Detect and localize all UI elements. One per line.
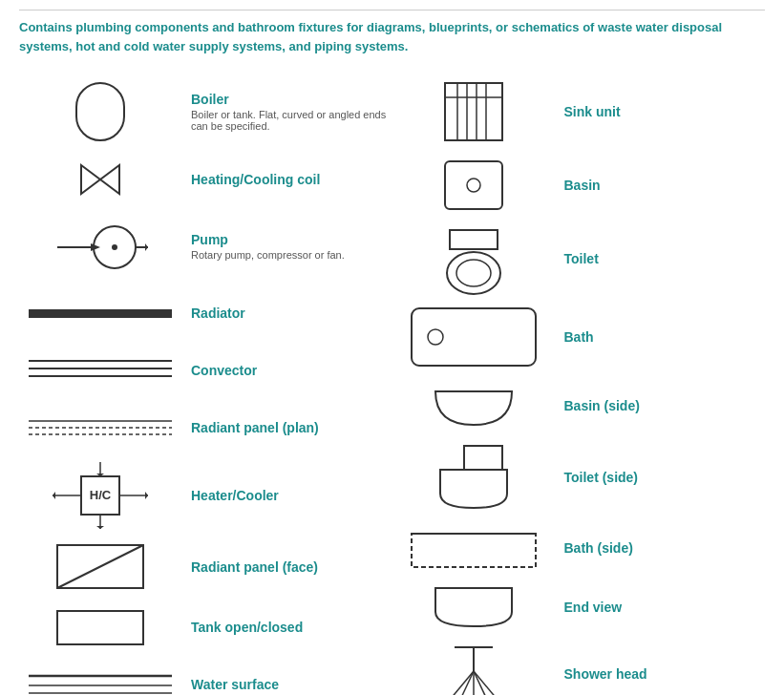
svg-point-44: [447, 252, 500, 294]
svg-point-47: [428, 329, 443, 345]
toilet-side-symbol: [392, 441, 555, 513]
svg-point-42: [467, 179, 480, 192]
list-item: End view: [392, 578, 766, 637]
svg-rect-41: [445, 161, 502, 209]
tank-label: Tank open/closed: [181, 620, 392, 635]
svg-point-45: [456, 260, 491, 286]
svg-rect-43: [450, 230, 498, 249]
basin-side-label: Basin (side): [555, 398, 766, 413]
list-item: Water surface: [19, 656, 392, 695]
end-view-label: End view: [555, 600, 766, 615]
list-item: Bath (side): [392, 518, 766, 578]
radiant-face-label: Radiant panel (face): [181, 559, 392, 575]
pump-symbol: [19, 221, 181, 273]
bath-side-symbol: [392, 524, 555, 572]
list-item: Convector: [19, 342, 392, 399]
radiator-label: Radiator: [181, 305, 392, 321]
basin-symbol: [392, 157, 555, 214]
svg-rect-8: [29, 309, 172, 318]
boiler-label: Boiler Boiler or tank. Flat, curved or a…: [181, 92, 392, 132]
list-item: Shower head: [392, 637, 766, 695]
svg-marker-24: [145, 492, 148, 499]
svg-line-57: [474, 671, 488, 695]
shower-head-label: Shower head: [555, 666, 766, 682]
svg-marker-4: [91, 243, 100, 251]
heater-cooler-symbol: H/C: [19, 462, 181, 529]
list-item: Toilet: [392, 220, 766, 298]
svg-rect-0: [76, 83, 124, 140]
list-item: Radiant panel (face): [19, 535, 392, 599]
svg-rect-46: [412, 308, 536, 366]
svg-marker-22: [53, 492, 55, 499]
svg-rect-35: [445, 83, 502, 140]
list-item: Tank open/closed: [19, 599, 392, 656]
bath-label: Bath: [555, 329, 766, 345]
main-grid: Boiler Boiler or tank. Flat, curved or a…: [19, 73, 765, 695]
toilet-side-label: Toilet (side): [555, 470, 766, 485]
list-item: Radiator: [19, 284, 392, 342]
basin-label: Basin: [555, 178, 766, 193]
heater-cooler-label: Heater/Cooler: [181, 488, 392, 503]
list-item: Basin: [392, 151, 766, 220]
svg-rect-27: [57, 611, 143, 644]
svg-line-26: [57, 545, 143, 588]
list-item: Basin (side): [392, 376, 766, 435]
coil-label: Heating/Cooling coil: [181, 172, 392, 187]
svg-rect-48: [464, 446, 502, 470]
boiler-symbol: [19, 78, 181, 145]
convector-label: Convector: [181, 363, 392, 378]
svg-point-5: [112, 244, 117, 250]
svg-text:H/C: H/C: [90, 488, 112, 502]
list-item: Sink unit: [392, 73, 766, 151]
radiant-face-symbol: [19, 540, 181, 593]
radiant-plan-symbol: [19, 413, 181, 442]
pump-label: Pump Rotary pump, compressor or fan.: [181, 232, 392, 261]
list-item: Toilet (side): [392, 435, 766, 518]
toilet-symbol: [392, 225, 555, 292]
radiant-plan-label: Radiant panel (plan): [181, 420, 392, 435]
bath-symbol: [392, 304, 555, 370]
shower-head-symbol: [392, 642, 555, 695]
sink-unit-label: Sink unit: [555, 104, 766, 119]
tank-symbol: [19, 606, 181, 649]
list-item: Radiant panel (plan): [19, 399, 392, 456]
toilet-label: Toilet: [555, 251, 766, 266]
list-item: H/C Heater/Cooler: [19, 456, 392, 535]
sink-unit-symbol: [392, 78, 555, 145]
list-item: Bath: [392, 298, 766, 376]
list-item: Boiler Boiler or tank. Flat, curved or a…: [19, 73, 392, 151]
svg-line-56: [459, 671, 474, 695]
coil-symbol: [19, 160, 181, 199]
svg-marker-20: [96, 526, 104, 529]
list-item: Heating/Cooling coil: [19, 151, 392, 208]
list-item: Pump Rotary pump, compressor or fan.: [19, 208, 392, 284]
convector-symbol: [19, 356, 181, 385]
right-column: Sink unit Basin: [392, 73, 766, 695]
radiator-symbol: [19, 302, 181, 326]
end-view-symbol: [392, 583, 555, 631]
left-column: Boiler Boiler or tank. Flat, curved or a…: [19, 73, 392, 695]
svg-marker-7: [145, 243, 148, 251]
bath-side-label: Bath (side): [555, 540, 766, 556]
intro-text: Contains plumbing components and bathroo…: [19, 10, 765, 55]
basin-side-symbol: [392, 382, 555, 430]
svg-line-53: [450, 671, 474, 695]
svg-rect-49: [412, 534, 536, 567]
water-surface-symbol: [19, 668, 181, 696]
svg-marker-1: [81, 165, 119, 194]
svg-line-55: [474, 671, 498, 695]
water-surface-label: Water surface: [181, 677, 392, 692]
